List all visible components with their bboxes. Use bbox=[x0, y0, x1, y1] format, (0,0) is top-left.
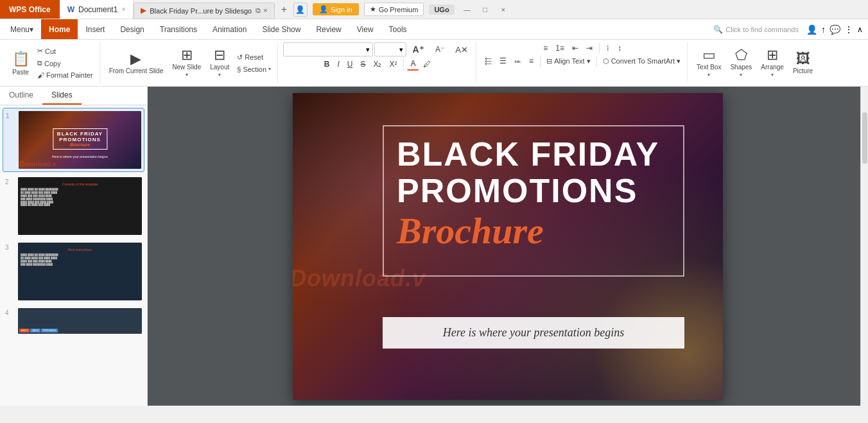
font-grow-button[interactable]: A⁺ bbox=[408, 42, 428, 56]
highlight-button[interactable]: 🖊 bbox=[420, 58, 434, 70]
slide-item-2[interactable]: 2 Contents of this template ████ ████ ██… bbox=[3, 175, 144, 237]
word-icon: W bbox=[67, 5, 74, 14]
align-text-button[interactable]: ⊟ Align Text ▾ bbox=[544, 56, 593, 67]
presentation-tab[interactable]: ▶ Black Friday Pr...ure by Slidesgo ⧉ × bbox=[134, 3, 274, 19]
sign-in-button[interactable]: 👤 Sign in bbox=[313, 3, 359, 15]
main-title-line2: PROMOTIONS bbox=[397, 173, 670, 209]
ribbon-group-paragraph: ≡ 1≡ ⇤ ⇥ ⫶ ↕ ⬱ ☰ ⬰ ≡ ⊟ Align Text bbox=[478, 42, 688, 83]
arrange-button[interactable]: ⊞ Arrange ▾ bbox=[757, 46, 788, 80]
font-shrink-button[interactable]: A⁻ bbox=[430, 43, 450, 56]
bullets-button[interactable]: ≡ bbox=[540, 42, 551, 54]
new-tab-button[interactable]: + bbox=[275, 0, 293, 19]
align-right-button[interactable]: ⬰ bbox=[511, 55, 525, 67]
tab-transitions[interactable]: Transitions bbox=[152, 19, 205, 39]
panel-tabs: Outline Slides bbox=[0, 87, 147, 105]
indent-increase-button[interactable]: ⇥ bbox=[583, 42, 596, 54]
slide-canvas[interactable]: Download.v BLACK FRIDAY PROMOTIONS Broch… bbox=[293, 93, 723, 400]
underline-button[interactable]: U bbox=[344, 58, 356, 70]
align-left-button[interactable]: ⬱ bbox=[482, 55, 495, 67]
cut-button[interactable]: ✂ Cut bbox=[35, 46, 96, 56]
tab-animation[interactable]: Animation bbox=[205, 19, 254, 39]
reset-section-col: ↺ Reset § Section ▾ bbox=[234, 52, 273, 74]
right-scrollbar[interactable] bbox=[860, 87, 868, 406]
line-spacing-button[interactable]: ↕ bbox=[614, 42, 625, 54]
ribbon: Menu ▾ Home Insert Design Transitions An… bbox=[0, 19, 868, 87]
subscript-button[interactable]: X₂ bbox=[370, 58, 385, 70]
font-size-selector[interactable]: ▾ bbox=[374, 42, 406, 56]
main-title-box[interactable]: BLACK FRIDAY PROMOTIONS Brochure bbox=[383, 125, 684, 277]
canvas-area[interactable]: Download.v BLACK FRIDAY PROMOTIONS Broch… bbox=[148, 87, 868, 406]
tab-slideshow[interactable]: Slide Show bbox=[254, 19, 308, 39]
text-box-button[interactable]: ▭ Text Box ▾ bbox=[693, 46, 725, 80]
copy-button[interactable]: ⧉ Copy bbox=[35, 58, 96, 69]
more-options-icon[interactable]: ⋮ bbox=[844, 24, 853, 35]
tab-home[interactable]: Home bbox=[41, 19, 78, 39]
align-center-button[interactable]: ☰ bbox=[496, 55, 510, 67]
search-commands[interactable]: 🔍 Click to find commands bbox=[713, 25, 799, 34]
tab-tools[interactable]: Tools bbox=[381, 19, 415, 39]
scrollbar-thumb[interactable] bbox=[862, 112, 867, 164]
smartart-dropdown[interactable]: ▾ bbox=[677, 57, 681, 65]
tab-review[interactable]: Review bbox=[308, 19, 349, 39]
tab-design[interactable]: Design bbox=[112, 19, 152, 39]
font-color-button[interactable]: A bbox=[407, 58, 419, 71]
text-box-dropdown[interactable]: ▾ bbox=[707, 72, 710, 78]
slide-number-4: 4 bbox=[5, 308, 14, 334]
document1-tab[interactable]: W Document1 × bbox=[60, 0, 134, 19]
close-button[interactable]: × bbox=[496, 3, 511, 16]
numbering-button[interactable]: 1≡ bbox=[552, 42, 568, 54]
convert-smartart-button[interactable]: ⬡ Convert To SmartArt ▾ bbox=[600, 56, 683, 67]
bold-button[interactable]: B bbox=[321, 58, 333, 70]
user-tools-icon[interactable]: 👤 bbox=[806, 24, 817, 35]
arrange-dropdown[interactable]: ▾ bbox=[771, 72, 774, 78]
tab-restore-icon[interactable]: ⧉ bbox=[256, 6, 261, 15]
maximize-button[interactable]: □ bbox=[478, 3, 493, 16]
italic-button[interactable]: I bbox=[334, 58, 342, 70]
collapse-ribbon-icon[interactable]: ∧ bbox=[857, 25, 863, 34]
new-slide-dropdown[interactable]: ▾ bbox=[186, 72, 188, 78]
columns-button[interactable]: ⫶ bbox=[603, 42, 613, 54]
font-family-selector[interactable]: ▾ bbox=[283, 42, 373, 56]
go-premium-button[interactable]: ★ Go Premium bbox=[364, 3, 424, 16]
reset-button[interactable]: ↺ Reset bbox=[234, 52, 273, 63]
title-bar: WPS Office W Document1 × ▶ Black Friday … bbox=[0, 0, 868, 19]
share-icon[interactable]: ↑ bbox=[821, 24, 826, 35]
align-text-dropdown[interactable]: ▾ bbox=[587, 57, 591, 65]
slide-item-1[interactable]: 1 BLACK FRIDAY PROMOTIONS Brochure Here … bbox=[3, 108, 144, 172]
ribbon-group-clipboard: 📋 Paste ✂ Cut ⧉ Copy 🖌 Format Painter bbox=[4, 42, 100, 83]
main-title-line3: Brochure bbox=[397, 212, 670, 250]
minimize-button[interactable]: — bbox=[460, 3, 475, 16]
user-account-button[interactable]: 👤 bbox=[293, 3, 308, 17]
main-subtitle-box[interactable]: Here is where your presentation begins bbox=[383, 317, 684, 349]
menu-button[interactable]: Menu ▾ bbox=[3, 19, 41, 39]
section-button[interactable]: § Section ▾ bbox=[234, 64, 273, 74]
indent-decrease-button[interactable]: ⇤ bbox=[569, 42, 582, 54]
strikethrough-button[interactable]: S bbox=[357, 58, 369, 70]
tab-insert[interactable]: Insert bbox=[78, 19, 112, 39]
doc-tab-close[interactable]: × bbox=[121, 6, 125, 13]
outline-tab[interactable]: Outline bbox=[0, 87, 42, 105]
justify-button[interactable]: ≡ bbox=[526, 55, 537, 67]
layout-button[interactable]: ⊟ Layout ▾ bbox=[206, 46, 233, 80]
superscript-button[interactable]: X² bbox=[386, 58, 400, 70]
paste-button[interactable]: 📋 Paste bbox=[8, 48, 33, 78]
layout-dropdown[interactable]: ▾ bbox=[218, 72, 221, 78]
tab-view[interactable]: View bbox=[349, 19, 381, 39]
clear-format-button[interactable]: A✕ bbox=[451, 43, 472, 56]
slide-item-4[interactable]: 4 ABOUT SALES PURCHASING bbox=[3, 306, 144, 336]
new-slide-button[interactable]: ⊞ New Slide ▾ bbox=[168, 46, 205, 80]
slide-item-3[interactable]: 3 Print instructions ████ ████ ██ ████ █… bbox=[3, 240, 144, 303]
main-title-line1: BLACK FRIDAY bbox=[397, 136, 670, 173]
ugo-logo: UGo bbox=[429, 4, 454, 15]
wps-office-logo[interactable]: WPS Office bbox=[0, 0, 60, 19]
shapes-button[interactable]: ⬠ Shapes ▾ bbox=[726, 46, 756, 80]
shapes-dropdown[interactable]: ▾ bbox=[740, 72, 742, 78]
picture-button[interactable]: 🖼 Picture bbox=[789, 49, 817, 77]
text-box-icon: ▭ bbox=[702, 48, 716, 62]
reset-icon: ↺ bbox=[237, 53, 243, 62]
format-painter-button[interactable]: 🖌 Format Painter bbox=[35, 70, 96, 80]
tab-close-icon[interactable]: × bbox=[263, 6, 267, 15]
from-current-slide-button[interactable]: ▶ From Current Slide bbox=[105, 49, 167, 77]
comment-icon[interactable]: 💬 bbox=[829, 24, 840, 35]
slides-tab[interactable]: Slides bbox=[42, 87, 82, 105]
